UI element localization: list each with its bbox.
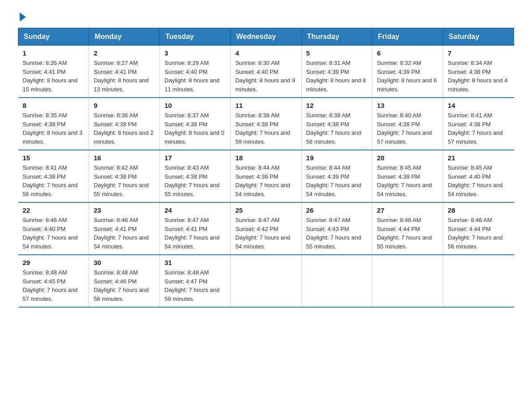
day-number: 25 xyxy=(235,206,296,214)
day-info: Sunrise: 8:29 AM Sunset: 4:40 PM Dayligh… xyxy=(164,59,226,94)
calendar-day-cell: 1 Sunrise: 8:26 AM Sunset: 4:41 PM Dayli… xyxy=(18,46,89,98)
calendar-day-cell: 8 Sunrise: 8:35 AM Sunset: 4:38 PM Dayli… xyxy=(18,98,89,150)
day-of-week-header: Wednesday xyxy=(231,28,301,46)
day-info: Sunrise: 8:31 AM Sunset: 4:39 PM Dayligh… xyxy=(306,59,368,94)
calendar-day-cell: 17 Sunrise: 8:43 AM Sunset: 4:38 PM Dayl… xyxy=(160,150,231,202)
day-number: 24 xyxy=(164,206,226,214)
calendar-day-cell: 14 Sunrise: 8:41 AM Sunset: 4:38 PM Dayl… xyxy=(443,98,514,150)
day-number: 9 xyxy=(94,102,155,109)
calendar-day-cell: 15 Sunrise: 8:41 AM Sunset: 4:38 PM Dayl… xyxy=(18,150,89,202)
day-info: Sunrise: 8:38 AM Sunset: 4:38 PM Dayligh… xyxy=(235,111,296,146)
calendar-day-cell: 10 Sunrise: 8:37 AM Sunset: 4:38 PM Dayl… xyxy=(160,98,231,150)
calendar-week-row: 15 Sunrise: 8:41 AM Sunset: 4:38 PM Dayl… xyxy=(18,150,514,202)
day-info: Sunrise: 8:32 AM Sunset: 4:39 PM Dayligh… xyxy=(377,59,438,94)
day-number: 28 xyxy=(448,206,510,214)
day-number: 26 xyxy=(306,206,368,214)
day-number: 2 xyxy=(94,49,155,57)
calendar-day-cell: 9 Sunrise: 8:36 AM Sunset: 4:38 PM Dayli… xyxy=(89,98,160,150)
calendar-day-cell: 12 Sunrise: 8:39 AM Sunset: 4:38 PM Dayl… xyxy=(301,98,372,150)
day-number: 5 xyxy=(306,49,368,57)
day-info: Sunrise: 8:45 AM Sunset: 4:39 PM Dayligh… xyxy=(377,163,438,198)
day-info: Sunrise: 8:48 AM Sunset: 4:45 PM Dayligh… xyxy=(23,268,85,303)
calendar-day-cell: 3 Sunrise: 8:29 AM Sunset: 4:40 PM Dayli… xyxy=(160,46,231,98)
day-number: 18 xyxy=(235,154,296,162)
day-info: Sunrise: 8:48 AM Sunset: 4:44 PM Dayligh… xyxy=(448,216,510,251)
day-number: 10 xyxy=(164,102,226,109)
calendar-day-cell: 19 Sunrise: 8:44 AM Sunset: 4:39 PM Dayl… xyxy=(301,150,372,202)
calendar-day-cell: 29 Sunrise: 8:48 AM Sunset: 4:45 PM Dayl… xyxy=(18,255,89,307)
calendar-day-cell: 22 Sunrise: 8:46 AM Sunset: 4:40 PM Dayl… xyxy=(18,202,89,255)
logo xyxy=(18,13,26,19)
calendar-day-cell: 4 Sunrise: 8:30 AM Sunset: 4:40 PM Dayli… xyxy=(231,46,301,98)
day-info: Sunrise: 8:30 AM Sunset: 4:40 PM Dayligh… xyxy=(235,59,296,94)
day-number: 3 xyxy=(164,49,226,57)
day-info: Sunrise: 8:40 AM Sunset: 4:38 PM Dayligh… xyxy=(377,111,438,146)
day-of-week-header: Monday xyxy=(89,28,160,46)
calendar-table: SundayMondayTuesdayWednesdayThursdayFrid… xyxy=(18,28,514,308)
day-info: Sunrise: 8:41 AM Sunset: 4:38 PM Dayligh… xyxy=(448,111,510,146)
day-info: Sunrise: 8:44 AM Sunset: 4:39 PM Dayligh… xyxy=(235,163,296,198)
calendar-day-cell: 23 Sunrise: 8:46 AM Sunset: 4:41 PM Dayl… xyxy=(89,202,160,255)
calendar-day-cell: 25 Sunrise: 8:47 AM Sunset: 4:42 PM Dayl… xyxy=(231,202,301,255)
calendar-day-cell: 28 Sunrise: 8:48 AM Sunset: 4:44 PM Dayl… xyxy=(443,202,514,255)
day-info: Sunrise: 8:36 AM Sunset: 4:38 PM Dayligh… xyxy=(94,111,155,146)
calendar-day-cell xyxy=(443,255,514,307)
day-number: 29 xyxy=(23,259,85,266)
calendar-day-cell: 6 Sunrise: 8:32 AM Sunset: 4:39 PM Dayli… xyxy=(372,46,443,98)
calendar-header-row: SundayMondayTuesdayWednesdayThursdayFrid… xyxy=(18,28,514,46)
day-info: Sunrise: 8:42 AM Sunset: 4:38 PM Dayligh… xyxy=(94,163,155,198)
day-number: 23 xyxy=(94,206,155,214)
day-of-week-header: Saturday xyxy=(443,28,514,46)
calendar-week-row: 8 Sunrise: 8:35 AM Sunset: 4:38 PM Dayli… xyxy=(18,98,514,150)
day-number: 14 xyxy=(448,102,510,109)
day-of-week-header: Thursday xyxy=(301,28,372,46)
day-number: 30 xyxy=(94,259,155,266)
day-info: Sunrise: 8:48 AM Sunset: 4:44 PM Dayligh… xyxy=(377,216,438,251)
calendar-day-cell: 31 Sunrise: 8:48 AM Sunset: 4:47 PM Dayl… xyxy=(160,255,231,307)
calendar-day-cell: 7 Sunrise: 8:34 AM Sunset: 4:38 PM Dayli… xyxy=(443,46,514,98)
day-number: 27 xyxy=(377,206,438,214)
day-info: Sunrise: 8:47 AM Sunset: 4:41 PM Dayligh… xyxy=(164,216,226,251)
day-number: 1 xyxy=(23,49,85,57)
day-number: 22 xyxy=(23,206,85,214)
day-info: Sunrise: 8:37 AM Sunset: 4:38 PM Dayligh… xyxy=(164,111,226,146)
calendar-day-cell: 24 Sunrise: 8:47 AM Sunset: 4:41 PM Dayl… xyxy=(160,202,231,255)
day-info: Sunrise: 8:46 AM Sunset: 4:41 PM Dayligh… xyxy=(94,216,155,251)
day-number: 7 xyxy=(448,49,510,57)
day-number: 11 xyxy=(235,102,296,109)
day-info: Sunrise: 8:34 AM Sunset: 4:38 PM Dayligh… xyxy=(448,59,510,94)
day-number: 19 xyxy=(306,154,368,162)
calendar-day-cell xyxy=(231,255,301,307)
day-number: 4 xyxy=(235,49,296,57)
day-number: 8 xyxy=(23,102,85,109)
calendar-day-cell: 18 Sunrise: 8:44 AM Sunset: 4:39 PM Dayl… xyxy=(231,150,301,202)
day-number: 31 xyxy=(164,259,226,266)
calendar-day-cell: 27 Sunrise: 8:48 AM Sunset: 4:44 PM Dayl… xyxy=(372,202,443,255)
day-info: Sunrise: 8:45 AM Sunset: 4:40 PM Dayligh… xyxy=(448,163,510,198)
day-info: Sunrise: 8:27 AM Sunset: 4:41 PM Dayligh… xyxy=(94,59,155,94)
day-number: 16 xyxy=(94,154,155,162)
day-number: 12 xyxy=(306,102,368,109)
day-info: Sunrise: 8:44 AM Sunset: 4:39 PM Dayligh… xyxy=(306,163,368,198)
day-info: Sunrise: 8:46 AM Sunset: 4:40 PM Dayligh… xyxy=(23,216,85,251)
day-info: Sunrise: 8:26 AM Sunset: 4:41 PM Dayligh… xyxy=(23,59,85,94)
day-number: 13 xyxy=(377,102,438,109)
day-info: Sunrise: 8:48 AM Sunset: 4:46 PM Dayligh… xyxy=(94,268,155,303)
day-of-week-header: Tuesday xyxy=(160,28,231,46)
day-info: Sunrise: 8:47 AM Sunset: 4:42 PM Dayligh… xyxy=(235,216,296,251)
day-number: 21 xyxy=(448,154,510,162)
calendar-day-cell: 13 Sunrise: 8:40 AM Sunset: 4:38 PM Dayl… xyxy=(372,98,443,150)
calendar-day-cell xyxy=(372,255,443,307)
calendar-day-cell: 26 Sunrise: 8:47 AM Sunset: 4:43 PM Dayl… xyxy=(301,202,372,255)
day-number: 20 xyxy=(377,154,438,162)
day-info: Sunrise: 8:43 AM Sunset: 4:38 PM Dayligh… xyxy=(164,163,226,198)
day-info: Sunrise: 8:39 AM Sunset: 4:38 PM Dayligh… xyxy=(306,111,368,146)
day-number: 15 xyxy=(23,154,85,162)
day-info: Sunrise: 8:35 AM Sunset: 4:38 PM Dayligh… xyxy=(23,111,85,146)
calendar-day-cell xyxy=(301,255,372,307)
day-of-week-header: Friday xyxy=(372,28,443,46)
calendar-week-row: 1 Sunrise: 8:26 AM Sunset: 4:41 PM Dayli… xyxy=(18,46,514,98)
calendar-day-cell: 16 Sunrise: 8:42 AM Sunset: 4:38 PM Dayl… xyxy=(89,150,160,202)
day-info: Sunrise: 8:41 AM Sunset: 4:38 PM Dayligh… xyxy=(23,163,85,198)
page-header xyxy=(18,13,514,19)
